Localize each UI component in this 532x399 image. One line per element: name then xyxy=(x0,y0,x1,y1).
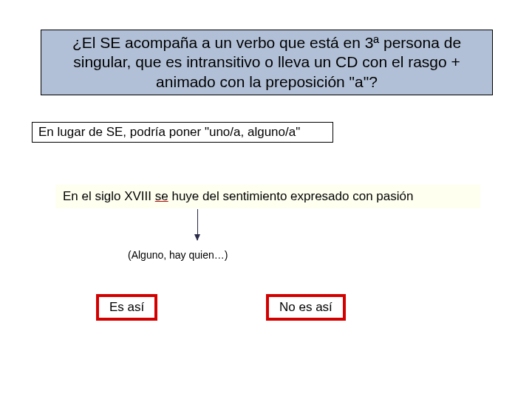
arrow-down-icon xyxy=(197,209,198,240)
example-sentence: En el siglo XVIII se huye del sentimient… xyxy=(55,185,480,208)
question-box: ¿El SE acompaña a un verbo que está en 3… xyxy=(41,30,493,95)
example-prefix: En el siglo XVIII xyxy=(63,189,155,203)
yes-button[interactable]: Es así xyxy=(96,294,157,321)
question-text: ¿El SE acompaña a un verbo que está en 3… xyxy=(72,34,461,90)
substitution-rule-text: En lugar de SE, podría poner "uno/a, alg… xyxy=(38,125,300,139)
substitution-rule-box: En lugar de SE, podría poner "uno/a, alg… xyxy=(32,122,333,143)
yes-button-label: Es así xyxy=(109,300,144,314)
hint-text: (Alguno, hay quien…) xyxy=(128,249,228,261)
no-button[interactable]: No es así xyxy=(266,294,346,321)
example-suffix: huye del sentimiento expresado con pasió… xyxy=(168,189,414,203)
example-highlight: se xyxy=(155,189,168,203)
no-button-label: No es así xyxy=(279,300,332,314)
